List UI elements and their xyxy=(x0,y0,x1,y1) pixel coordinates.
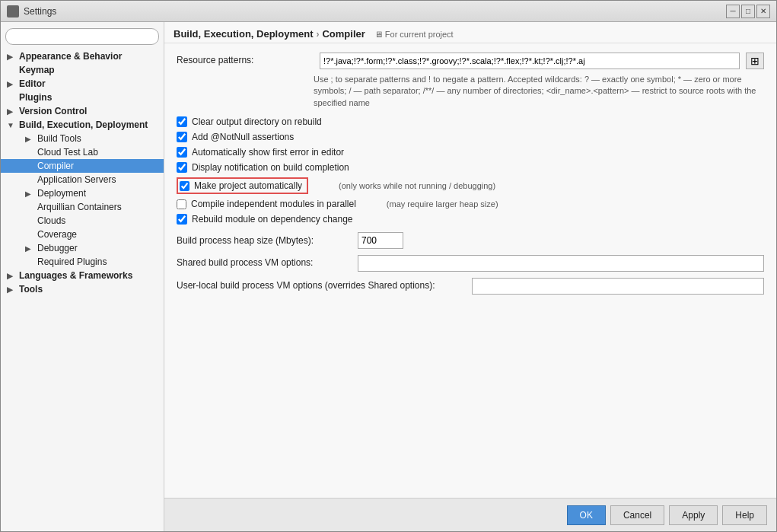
compile-parallel-section: Compile independent modules in parallel … xyxy=(177,199,764,209)
breadcrumb-current: Compiler xyxy=(322,28,365,40)
user-local-vm-input[interactable] xyxy=(472,278,764,295)
settings-window: Settings ─ □ ✕ ▶ Appearance & Behavior K… xyxy=(0,0,777,532)
heap-label: Build process heap size (Mbytes): xyxy=(177,235,352,246)
notnull-checkbox[interactable] xyxy=(177,132,187,142)
resource-patterns-input[interactable] xyxy=(320,53,740,69)
resource-patterns-hint: Use ; to separate patterns and ! to nega… xyxy=(314,74,764,109)
sidebar-item-editor[interactable]: ▶ Editor xyxy=(1,77,164,91)
sidebar-item-application-servers[interactable]: Application Servers xyxy=(1,173,164,186)
notification-label[interactable]: Display notification on build completion xyxy=(192,162,349,173)
chevron-right-icon: ▶ xyxy=(25,244,34,253)
title-bar: Settings ─ □ ✕ xyxy=(1,1,776,22)
chevron-right-icon: ▶ xyxy=(7,107,16,116)
app-icon xyxy=(7,5,19,18)
clear-output-row: Clear output directory on rebuild xyxy=(177,116,764,127)
chevron-right-icon: ▶ xyxy=(7,53,16,61)
notnull-row: Add @NotNull assertions xyxy=(177,132,764,142)
make-auto-highlighted-wrap: Make project automatically xyxy=(177,177,308,194)
chevron-right-icon: ▶ xyxy=(7,272,16,280)
sidebar-item-compiler[interactable]: Compiler xyxy=(1,159,164,173)
show-error-checkbox[interactable] xyxy=(177,147,187,158)
ok-button[interactable]: OK xyxy=(567,505,606,525)
breadcrumb-path: Build, Execution, Deployment xyxy=(174,28,313,40)
rebuild-checkbox[interactable] xyxy=(177,214,187,225)
breadcrumb-separator: › xyxy=(316,29,319,40)
window-controls: ─ □ ✕ xyxy=(726,5,770,18)
clear-output-label[interactable]: Clear output directory on rebuild xyxy=(192,116,322,127)
user-local-vm-row: User-local build process VM options (ove… xyxy=(177,278,764,295)
compile-parallel-wrap: Compile independent modules in parallel xyxy=(177,199,356,209)
compile-parallel-note: (may require larger heap size) xyxy=(387,199,498,209)
heap-input[interactable] xyxy=(358,232,403,249)
sidebar-item-languages[interactable]: ▶ Languages & Frameworks xyxy=(1,269,164,282)
maximize-button[interactable]: □ xyxy=(741,5,755,18)
project-scope: 🖥 For current project xyxy=(374,30,454,39)
sidebar-item-cloud-test-lab[interactable]: Cloud Test Lab xyxy=(1,145,164,159)
sidebar-item-plugins[interactable]: Plugins xyxy=(1,91,164,104)
heap-size-row: Build process heap size (Mbytes): xyxy=(177,232,764,249)
chevron-right-icon: ▶ xyxy=(7,285,16,294)
shared-vm-input[interactable] xyxy=(358,255,764,272)
sidebar-item-coverage[interactable]: Coverage xyxy=(1,228,164,241)
close-button[interactable]: ✕ xyxy=(756,5,770,18)
sidebar-item-build-tools[interactable]: ▶ Build Tools xyxy=(1,132,164,145)
sidebar-item-appearance[interactable]: ▶ Appearance & Behavior xyxy=(1,49,164,63)
show-error-row: Automatically show first error in editor xyxy=(177,147,764,158)
main-panel: Build, Execution, Deployment › Compiler … xyxy=(164,22,776,531)
content-area: ▶ Appearance & Behavior Keymap ▶ Editor … xyxy=(1,22,776,531)
sidebar-item-keymap[interactable]: Keymap xyxy=(1,63,164,77)
sidebar-item-required-plugins[interactable]: Required Plugins xyxy=(1,255,164,269)
settings-content: Resource patterns: ⊞ Use ; to separate p… xyxy=(164,43,776,498)
computer-icon: 🖥 xyxy=(374,30,383,39)
window-title: Settings xyxy=(24,6,56,17)
rebuild-row: Rebuild module on dependency change xyxy=(177,214,764,225)
sidebar-item-build-exec[interactable]: ▼ Build, Execution, Deployment xyxy=(1,118,164,132)
chevron-right-icon: ▶ xyxy=(25,190,34,198)
sidebar-item-debugger[interactable]: ▶ Debugger xyxy=(1,241,164,255)
show-error-label[interactable]: Automatically show first error in editor xyxy=(192,147,344,158)
bottom-bar: OK Cancel Apply Help xyxy=(164,498,776,531)
make-auto-section: Make project automatically (only works w… xyxy=(177,177,764,194)
resource-patterns-label: Resource patterns: xyxy=(177,53,314,65)
resource-patterns-row: Resource patterns: ⊞ xyxy=(177,53,764,69)
clear-output-checkbox[interactable] xyxy=(177,116,187,127)
compile-parallel-label[interactable]: Compile independent modules in parallel xyxy=(191,199,356,209)
chevron-right-icon: ▶ xyxy=(7,80,16,88)
chevron-right-icon: ▶ xyxy=(25,135,34,143)
sidebar-item-arquillian[interactable]: Arquillian Containers xyxy=(1,200,164,214)
breadcrumb: Build, Execution, Deployment › Compiler … xyxy=(164,22,776,43)
shared-vm-row: Shared build process VM options: xyxy=(177,255,764,272)
make-auto-checkbox[interactable] xyxy=(180,181,189,191)
sidebar: ▶ Appearance & Behavior Keymap ▶ Editor … xyxy=(1,22,164,531)
make-auto-label[interactable]: Make project automatically xyxy=(194,180,302,191)
notification-row: Display notification on build completion xyxy=(177,162,764,173)
cancel-button[interactable]: Cancel xyxy=(610,505,664,525)
title-bar-left: Settings xyxy=(7,5,56,18)
notification-checkbox[interactable] xyxy=(177,162,187,173)
shared-vm-label: Shared build process VM options: xyxy=(177,255,352,268)
chevron-down-icon: ▼ xyxy=(7,121,16,129)
make-auto-note: (only works while not running / debuggin… xyxy=(339,181,495,190)
sidebar-item-deployment[interactable]: ▶ Deployment xyxy=(1,186,164,200)
minimize-button[interactable]: ─ xyxy=(726,5,740,18)
sidebar-item-tools[interactable]: ▶ Tools xyxy=(1,282,164,296)
compile-parallel-checkbox[interactable] xyxy=(177,199,186,209)
rebuild-label[interactable]: Rebuild module on dependency change xyxy=(192,214,353,225)
help-button[interactable]: Help xyxy=(722,505,767,525)
sidebar-item-clouds[interactable]: Clouds xyxy=(1,214,164,228)
sidebar-item-version-control[interactable]: ▶ Version Control xyxy=(1,104,164,118)
apply-button[interactable]: Apply xyxy=(669,505,718,525)
add-pattern-button[interactable]: ⊞ xyxy=(746,53,764,69)
user-local-vm-label: User-local build process VM options (ove… xyxy=(177,278,466,291)
search-input[interactable] xyxy=(5,28,159,45)
notnull-label[interactable]: Add @NotNull assertions xyxy=(192,132,294,142)
